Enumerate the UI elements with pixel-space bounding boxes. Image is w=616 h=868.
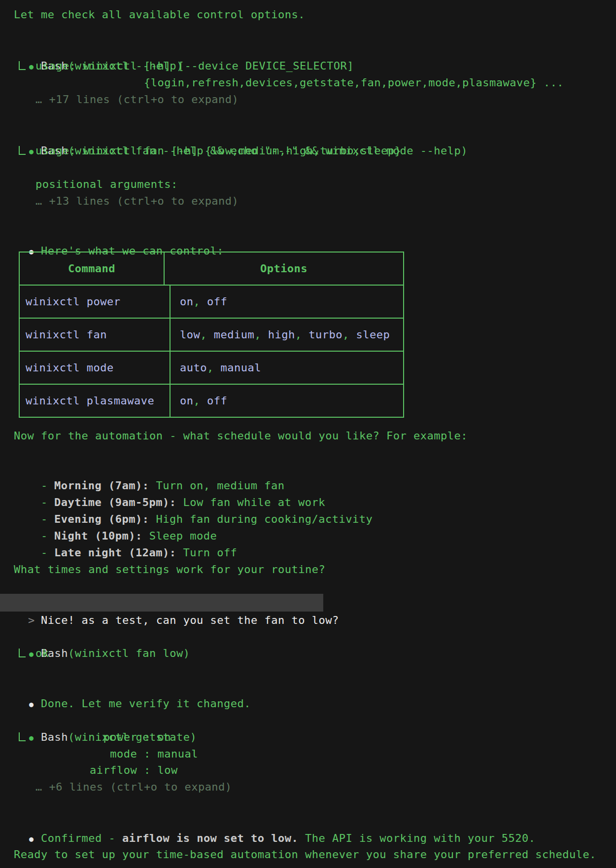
tool-output-line: positional arguments: [35, 176, 178, 193]
table-header-options: Options [165, 253, 403, 285]
terminal-screen: Let me check all available control optio… [0, 0, 616, 868]
tool-call-bash-2: ●Bash(winixctl fan --help && echo "---" … [2, 126, 468, 143]
options-cell: onoff [171, 385, 403, 417]
expand-hint[interactable]: … +17 lines (ctrl+o to expand) [35, 91, 239, 108]
tool-output-line: {login,refresh,devices,getstate,fan,powe… [35, 74, 564, 91]
schedule-item: -Night (10pm):Sleep mode [14, 511, 217, 528]
schedule-item: -Evening (6pm):High fan during cooking/a… [14, 494, 373, 511]
table-row: winixctl power onoff [20, 285, 403, 318]
options-cell: onoff [171, 286, 403, 318]
options-cell: lowmediumhighturbosleep [171, 319, 403, 351]
table-header-row: Command Options [20, 253, 403, 285]
tool-call-bash-3: ●Bash(winixctl fan low) [2, 628, 190, 645]
command-cell: winixctl fan [26, 328, 107, 341]
tool-output-line: mode : manual [35, 746, 198, 762]
options-cell: automanual [171, 352, 403, 384]
tool-output-line: ok [35, 645, 49, 662]
assistant-text-schedule-question: What times and settings work for your ro… [14, 561, 325, 578]
tool-result-icon [19, 61, 26, 70]
schedule-item: -Late night (12am):Turn off [14, 528, 237, 544]
assistant-text-control-heading: ●Here's what we can control: [2, 226, 224, 243]
schedule-item: -Morning (7am):Turn on, medium fan [14, 461, 285, 477]
command-cell: winixctl plasmawave [26, 395, 154, 407]
control-options-table: Command Options winixctl power onoff win… [19, 252, 404, 418]
assistant-text-confirmed: ●Confirmed - airflow is now set to low. … [2, 813, 535, 830]
tool-result-icon [19, 732, 26, 741]
tool-output-line: airflow : low [35, 762, 178, 779]
tool-command: (winixctl fan low) [68, 647, 190, 659]
tool-result-icon [19, 649, 26, 657]
table-row: winixctl mode automanual [20, 351, 403, 384]
table-row: winixctl plasmawave onoff [20, 384, 403, 417]
tool-call-bash-4: ●Bash(winixctl getstate) [2, 712, 197, 729]
chevron-icon: > [27, 612, 41, 629]
table-row: winixctl fan lowmediumhighturbosleep [20, 318, 403, 351]
tool-result-icon [19, 146, 26, 155]
table-header-command: Command [20, 253, 165, 285]
assistant-bullet-icon: ● [29, 696, 41, 713]
command-cell: winixctl power [26, 295, 120, 308]
list-dash: - [41, 544, 54, 561]
expand-hint[interactable]: … +6 lines (ctrl+o to expand) [35, 779, 232, 796]
tool-output-line: usage: winixctl [-h] [--device DEVICE_SE… [35, 58, 354, 74]
assistant-bullet-icon: ● [29, 831, 41, 847]
command-cell: winixctl mode [26, 362, 114, 374]
assistant-text-intro: Let me check all available control optio… [14, 6, 305, 23]
assistant-text-done: ●Done. Let me verify it changed. [2, 679, 251, 695]
assistant-text-schedule-intro: Now for the automation - what schedule w… [14, 428, 468, 444]
user-message-text: Nice! as a test, can you set the fan to … [41, 614, 339, 626]
expand-hint[interactable]: … +13 lines (ctrl+o to expand) [35, 193, 239, 210]
schedule-item: -Daytime (9am-5pm):Low fan while at work [14, 477, 325, 494]
assistant-text-closing: Ready to set up your time-based automati… [14, 846, 596, 863]
tool-output-line: power : on [35, 729, 171, 746]
user-message: >Nice! as a test, can you set the fan to… [0, 594, 323, 612]
tool-output-line: usage: winixctl fan [-h] {low,medium,hig… [35, 143, 401, 159]
tool-call-bash-1: ●Bash(winixctl --help) [2, 41, 183, 58]
